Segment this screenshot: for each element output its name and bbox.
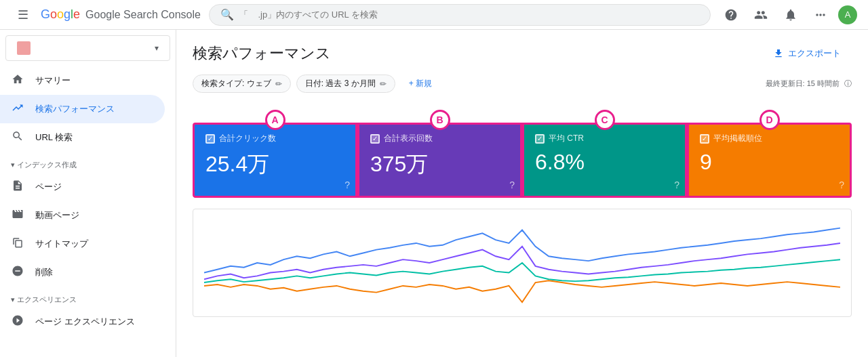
sidebar-label-page-experience: ページ エクスペリエンス (35, 316, 135, 328)
content-header: 検索パフォーマンス エクスポート (193, 43, 852, 64)
metric-value-clicks: 25.4万 (205, 150, 344, 180)
metric-card-clicks[interactable]: A ✓ 合計クリック数 25.4万 ? (193, 123, 357, 198)
metric-help-ctr[interactable]: ? (674, 180, 679, 190)
metric-checkbox-impressions[interactable]: ✓ (370, 134, 380, 144)
sidebar-label-video-pages: 動画ページ (35, 209, 79, 222)
badge-c: C (595, 110, 615, 130)
metric-checkbox-position[interactable]: ✓ (700, 134, 709, 144)
performance-chart (204, 220, 840, 306)
sidebar: ▾ サマリー 検索パフォーマンス URL 検索 ▾ インデックス作成 (0, 30, 176, 357)
sidebar-label-summary: サマリー (35, 75, 71, 87)
last-updated-info-icon[interactable]: ⓘ (844, 79, 852, 87)
topbar-icons: A (719, 3, 857, 27)
sidebar-item-url-inspection[interactable]: URL 検索 (0, 123, 165, 152)
section-header-index: ▾ インデックス作成 (0, 152, 176, 173)
metric-label-row-position: ✓ 平均掲載順位 (700, 133, 839, 144)
removal-icon (11, 265, 24, 280)
search-icon: 🔍 (220, 8, 234, 21)
topbar: ☰ Google Google Search Console 🔍 A (0, 0, 868, 30)
badge-a: A (265, 110, 285, 130)
site-selector[interactable]: ▾ (5, 35, 170, 61)
metric-label-clicks: 合計クリック数 (219, 133, 276, 144)
sidebar-item-removal[interactable]: 削除 (0, 258, 165, 287)
pages-icon (11, 180, 24, 194)
metric-label-row-impressions: ✓ 合計表示回数 (370, 133, 509, 144)
date-edit-icon: ✏ (380, 79, 387, 89)
sidebar-label-performance: 検索パフォーマンス (35, 103, 115, 115)
page-experience-icon (11, 314, 24, 329)
metric-label-ctr: 平均 CTR (549, 133, 584, 144)
metric-label-row-clicks: ✓ 合計クリック数 (205, 133, 344, 144)
hamburger-icon[interactable]: ☰ (11, 3, 35, 27)
export-button[interactable]: エクスポート (762, 43, 852, 64)
last-updated: 最終更新日: 15 時間前 ⓘ (766, 79, 852, 89)
sidebar-item-summary[interactable]: サマリー (0, 66, 165, 95)
new-filter-button[interactable]: + 新規 (401, 75, 440, 92)
metric-help-clicks[interactable]: ? (344, 180, 350, 190)
metric-card-position[interactable]: D ✓ 平均掲載順位 9 ? (687, 123, 852, 198)
url-search-icon (11, 130, 24, 145)
metric-value-impressions: 375万 (370, 150, 509, 180)
accounts-icon[interactable] (749, 3, 773, 27)
filter-date[interactable]: 日付: 過去 3 か月間 ✏ (296, 75, 395, 93)
performance-icon (11, 102, 24, 117)
home-icon (11, 73, 24, 88)
content-area: 検索パフォーマンス エクスポート 検索タイプ: ウェブ ✏ 日付: 過去 3 か… (176, 30, 868, 357)
filter-search-type[interactable]: 検索タイプ: ウェブ ✏ (193, 75, 291, 93)
search-input[interactable] (239, 9, 699, 20)
metric-help-impressions[interactable]: ? (509, 180, 515, 190)
metric-card-impressions[interactable]: B ✓ 合計表示回数 375万 ? (357, 123, 522, 198)
dropdown-arrow-icon: ▾ (155, 43, 159, 53)
metric-value-position: 9 (700, 150, 839, 175)
video-icon (11, 208, 24, 223)
user-avatar[interactable]: A (838, 5, 857, 24)
site-favicon (17, 41, 31, 55)
badge-d: D (760, 110, 780, 130)
main-layout: ▾ サマリー 検索パフォーマンス URL 検索 ▾ インデックス作成 (0, 30, 868, 357)
filter-bar: 検索タイプ: ウェブ ✏ 日付: 過去 3 か月間 ✏ + 新規 最終更新日: … (193, 75, 852, 93)
apps-icon[interactable] (808, 3, 833, 27)
sidebar-label-removal: 削除 (35, 266, 53, 278)
filter-edit-icon: ✏ (275, 79, 282, 89)
sidebar-item-page-experience[interactable]: ページ エクスペリエンス (0, 308, 165, 336)
sidebar-item-sitemap[interactable]: サイトマップ (0, 230, 165, 258)
sidebar-item-pages[interactable]: ページ (0, 173, 165, 201)
metrics-container: A ✓ 合計クリック数 25.4万 ? B ✓ (193, 104, 852, 198)
sidebar-label-pages: ページ (35, 181, 62, 193)
metric-help-position[interactable]: ? (839, 180, 844, 190)
badge-b: B (430, 110, 450, 130)
metric-checkbox-ctr[interactable]: ✓ (535, 134, 545, 144)
sitemap-icon (11, 236, 24, 251)
metric-card-ctr[interactable]: C ✓ 平均 CTR 6.8% ? (522, 123, 687, 198)
metric-label-position: 平均掲載順位 (713, 133, 762, 144)
sidebar-item-video-pages[interactable]: 動画ページ (0, 201, 165, 230)
metric-checkbox-clicks[interactable]: ✓ (205, 134, 215, 144)
help-icon[interactable] (719, 3, 743, 27)
chart-area (193, 209, 852, 317)
sidebar-item-performance[interactable]: 検索パフォーマンス (0, 95, 165, 123)
logo: Google Google Search Console (41, 7, 201, 22)
bell-icon[interactable] (778, 3, 803, 27)
metrics-row: A ✓ 合計クリック数 25.4万 ? B ✓ (193, 123, 852, 198)
section-header-experience: ▾ エクスペリエンス (0, 287, 176, 308)
sidebar-label-sitemap: サイトマップ (35, 238, 88, 250)
search-bar[interactable]: 🔍 (209, 4, 711, 26)
topbar-left: ☰ Google Google Search Console (11, 3, 201, 27)
metric-label-row-ctr: ✓ 平均 CTR (535, 133, 674, 144)
metric-label-impressions: 合計表示回数 (384, 133, 433, 144)
page-title: 検索パフォーマンス (193, 43, 331, 64)
sidebar-label-url: URL 検索 (35, 131, 73, 144)
metric-value-ctr: 6.8% (535, 150, 674, 175)
